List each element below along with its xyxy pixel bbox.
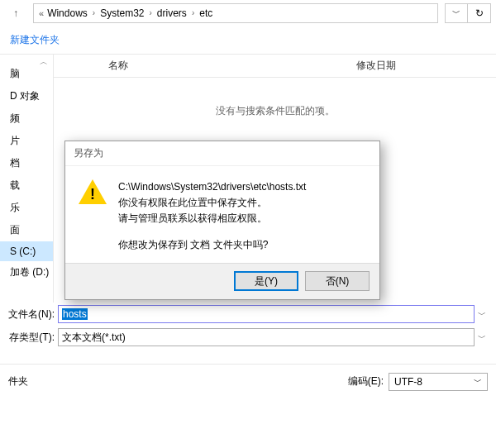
dialog-line: 你没有权限在此位置中保存文件。 (118, 195, 306, 211)
dialog-message: C:\Windows\System32\drivers\etc\hosts.tx… (118, 179, 306, 253)
breadcrumb-item[interactable]: Windows (44, 7, 91, 19)
filename-row: 文件名(N): hosts ﹀ (0, 303, 496, 326)
breadcrumb-dropdown[interactable]: ﹀ (445, 3, 468, 23)
save-as-dialog: 另存为 C:\Windows\System32\drivers\etc\host… (64, 141, 380, 300)
hide-folders-link[interactable]: 件夹 (8, 374, 28, 388)
chevron-right-icon: › (91, 8, 97, 17)
chevron-down-icon: ﹀ (474, 376, 482, 388)
sidebar-item[interactable]: D 对象 (0, 85, 53, 107)
column-name[interactable]: 名称 (100, 59, 348, 73)
dialog-line: 请与管理员联系以获得相应权限。 (118, 211, 306, 226)
chevron-down-icon: ﹀ (478, 333, 486, 342)
no-button[interactable]: 否(N) (305, 271, 370, 291)
sidebar-item[interactable]: 片 (0, 130, 53, 152)
breadcrumb-item[interactable]: etc (196, 7, 216, 19)
dialog-path: C:\Windows\System32\drivers\etc\hosts.tx… (118, 179, 306, 195)
chevron-right-icon: › (148, 8, 154, 17)
filename-dropdown[interactable]: ﹀ (475, 308, 489, 321)
bottom-bar: 件夹 编码(E): UTF-8 ﹀ (0, 364, 496, 398)
toolbar: 新建文件夹 (0, 26, 496, 55)
new-folder-button[interactable]: 新建文件夹 (10, 33, 60, 47)
empty-message: 没有与搜索条件匹配的项。 (54, 104, 496, 118)
sidebar-item[interactable]: 档 (0, 152, 53, 174)
encoding-label: 编码(E): (348, 374, 384, 388)
encoding-combo[interactable]: UTF-8 ﹀ (389, 373, 488, 391)
chevron-down-icon: ﹀ (452, 7, 460, 19)
sidebar-item[interactable]: S (C:) (0, 241, 53, 261)
sidebar-item[interactable]: 载 (0, 174, 53, 197)
column-modified[interactable]: 修改日期 (348, 59, 496, 73)
filetype-value: 文本文档(*.txt) (62, 331, 126, 345)
sidebar: ︿ 脑 D 对象 频 片 档 载 乐 面 S (C:) 加卷 (D:) (0, 55, 54, 303)
yes-button[interactable]: 是(Y) (234, 271, 298, 291)
scroll-up-icon[interactable]: ︿ (40, 56, 48, 68)
warning-icon (79, 179, 107, 207)
filetype-label: 存类型(T): (7, 331, 58, 345)
sidebar-item[interactable]: 频 (0, 107, 53, 130)
filename-input[interactable]: hosts (58, 305, 475, 323)
address-bar: ↑ « Windows › System32 › drivers › etc ﹀… (0, 0, 496, 26)
sidebar-item[interactable]: 加卷 (D:) (0, 261, 53, 284)
dialog-title: 另存为 (65, 141, 379, 166)
filetype-combo[interactable]: 文本文档(*.txt) (58, 328, 475, 346)
breadcrumb-item[interactable]: drivers (154, 7, 190, 19)
breadcrumb[interactable]: « Windows › System32 › drivers › etc (33, 3, 438, 23)
sidebar-item[interactable]: 面 (0, 219, 53, 241)
refresh-icon: ↻ (475, 7, 484, 19)
nav-up-button[interactable]: ↑ (5, 3, 26, 23)
dialog-question: 你想改为保存到 文档 文件夹中吗? (118, 237, 306, 253)
filename-value: hosts (62, 308, 88, 320)
sidebar-item[interactable]: 乐 (0, 197, 53, 219)
breadcrumb-item[interactable]: System32 (97, 7, 147, 19)
chevron-right-icon: › (190, 8, 196, 17)
refresh-button[interactable]: ↻ (468, 3, 491, 23)
filetype-row: 存类型(T): 文本文档(*.txt) ﹀ (0, 326, 496, 349)
column-headers: 名称 修改日期 (54, 55, 496, 78)
encoding-value: UTF-8 (394, 376, 422, 388)
chevron-down-icon: ﹀ (478, 310, 486, 319)
filetype-dropdown[interactable]: ﹀ (475, 331, 489, 344)
dialog-buttons: 是(Y) 否(N) (65, 263, 379, 299)
filename-label: 文件名(N): (7, 307, 58, 322)
